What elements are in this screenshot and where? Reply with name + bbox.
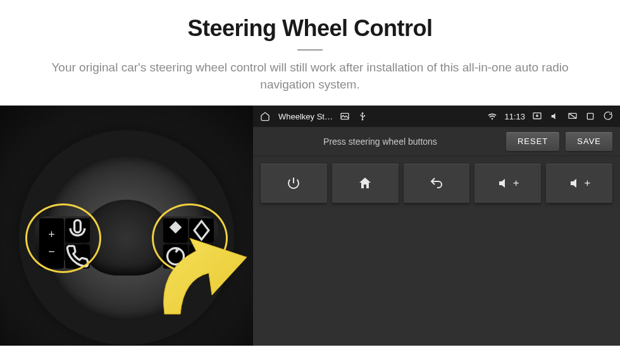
status-bar: Wheelkey St… 11:13 xyxy=(253,106,620,127)
svg-rect-6 xyxy=(587,114,593,119)
wheel-select-button[interactable] xyxy=(189,244,214,269)
home-icon[interactable] xyxy=(259,111,271,122)
svg-rect-3 xyxy=(533,113,541,119)
home-tile[interactable] xyxy=(332,164,399,203)
page-subtitle: Your original car's steering wheel contr… xyxy=(25,59,595,93)
steering-wheel-panel: + − xyxy=(0,106,253,346)
home-icon xyxy=(357,176,373,191)
content-row: + − xyxy=(0,106,620,346)
power-tile[interactable] xyxy=(261,164,327,203)
plus-label: + xyxy=(585,177,591,190)
function-tiles-row: + + xyxy=(253,156,620,210)
empty-area xyxy=(253,210,620,346)
phone-icon xyxy=(65,244,90,269)
wheel-voice-button[interactable] xyxy=(65,218,90,243)
instruction-text: Press steering wheel buttons xyxy=(261,136,500,147)
plus-icon: + xyxy=(48,228,55,241)
reset-button[interactable]: RESET xyxy=(506,132,559,151)
svg-point-0 xyxy=(168,248,184,265)
page-title: Steering Wheel Control xyxy=(25,15,595,42)
volume-up-tile-b[interactable]: + xyxy=(546,164,612,203)
action-row: Press steering wheel buttons RESET SAVE xyxy=(253,127,620,156)
back-tile[interactable] xyxy=(404,164,470,203)
usb-icon xyxy=(357,111,368,122)
wheel-hub xyxy=(82,200,171,276)
title-divider xyxy=(297,49,323,51)
app-title: Wheelkey St… xyxy=(278,112,333,121)
voice-icon xyxy=(65,218,90,243)
mute-icon[interactable] xyxy=(549,111,561,122)
wheel-cycle-button[interactable] xyxy=(163,244,188,269)
picture-icon xyxy=(339,111,350,122)
wheel-volume-rocker[interactable]: + − xyxy=(39,218,64,269)
wheel-button-cluster-left: + − xyxy=(39,218,90,258)
cycle-icon xyxy=(163,244,188,269)
target-icon xyxy=(189,244,214,269)
recent-icon[interactable] xyxy=(585,111,596,122)
volume-up-tile-a[interactable]: + xyxy=(474,164,541,203)
screen-icon[interactable] xyxy=(567,111,578,122)
svg-point-1 xyxy=(199,253,205,260)
speaker-icon xyxy=(497,176,512,191)
back-nav-icon[interactable] xyxy=(602,111,614,122)
diamond-icon xyxy=(189,218,214,243)
wheel-button-cluster-right xyxy=(163,218,214,258)
speaker-icon xyxy=(568,176,583,191)
wheel-source-button[interactable] xyxy=(189,218,214,243)
minus-icon: − xyxy=(48,245,55,258)
save-button[interactable]: SAVE xyxy=(566,132,612,151)
svg-point-4 xyxy=(536,115,538,117)
wheel-phone-button[interactable] xyxy=(65,244,90,269)
plus-label: + xyxy=(513,177,519,190)
power-icon xyxy=(286,176,301,191)
wifi-icon xyxy=(487,111,498,122)
wheel-track-up-button[interactable] xyxy=(163,218,188,243)
diamond-up-icon xyxy=(163,218,188,243)
head-unit-panel: Wheelkey St… 11:13 xyxy=(253,106,620,346)
header-section: Steering Wheel Control Your original car… xyxy=(0,0,620,106)
status-time: 11:13 xyxy=(504,112,525,121)
cast-icon[interactable] xyxy=(531,111,543,122)
back-icon xyxy=(429,176,444,191)
